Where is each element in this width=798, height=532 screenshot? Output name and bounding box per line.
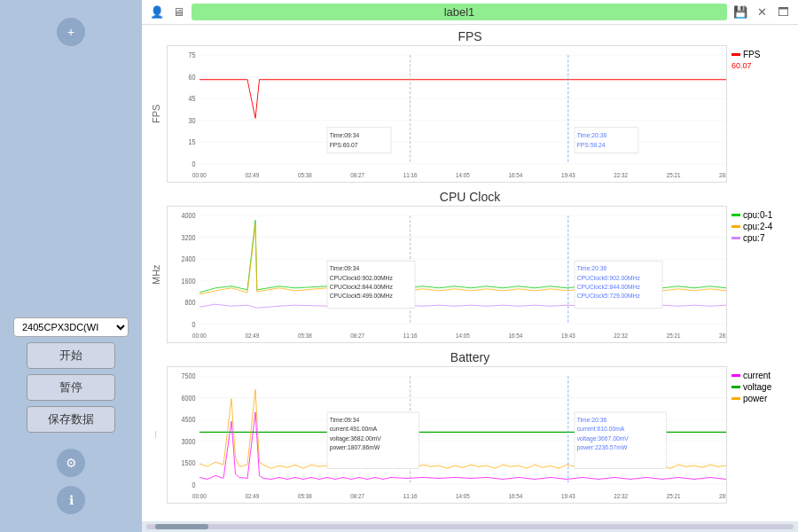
svg-text:1500: 1500 — [181, 459, 195, 468]
cpu-legend: cpu:0-1 cpu:2-4 cpu:7 — [727, 206, 789, 343]
svg-text:02:49: 02:49 — [246, 332, 260, 339]
svg-text:current:491.00mA: current:491.00mA — [330, 425, 378, 434]
add-circle-icon[interactable]: + — [57, 18, 85, 46]
svg-text:14:05: 14:05 — [456, 493, 470, 499]
sidebar-bottom-icons: ⚙ ℹ — [57, 449, 85, 523]
svg-text:05:38: 05:38 — [298, 493, 312, 499]
battery-legend: current voltage power — [727, 366, 789, 504]
svg-text:3200: 3200 — [181, 233, 195, 242]
fps-legend: FPS 60.07 — [727, 45, 789, 183]
svg-text:05:38: 05:38 — [298, 172, 312, 178]
svg-text:4500: 4500 — [181, 416, 195, 425]
svg-text:08:27: 08:27 — [350, 332, 364, 339]
fps-chart-inner: 75 60 45 30 15 0 00:00 02:49 05:38 08:27… — [167, 45, 727, 183]
close-icon[interactable]: ✕ — [754, 4, 770, 20]
battery-legend-current-dot — [732, 374, 740, 377]
battery-legend-voltage-dot — [732, 386, 740, 388]
svg-text:Time:09:34: Time:09:34 — [330, 264, 359, 273]
svg-text:3000: 3000 — [181, 437, 195, 446]
svg-text:28:10: 28:10 — [719, 332, 726, 339]
start-button[interactable]: 开始 — [27, 342, 115, 369]
cpu-legend-cpu01-label: cpu:0-1 — [743, 210, 772, 220]
fps-svg: 75 60 45 30 15 0 00:00 02:49 05:38 08:27… — [168, 46, 726, 182]
cpu-legend-cpu24: cpu:2-4 — [732, 222, 789, 231]
svg-text:4000: 4000 — [181, 212, 195, 221]
svg-text:Time:09:34: Time:09:34 — [330, 416, 359, 425]
svg-text:11:16: 11:16 — [403, 493, 418, 499]
cpu-legend-cpu7-label: cpu:7 — [743, 233, 764, 243]
cpu-legend-cpu01: cpu:0-1 — [732, 210, 789, 220]
svg-text:Time:20:36: Time:20:36 — [577, 416, 606, 425]
pause-button[interactable]: 暂停 — [27, 374, 115, 401]
fps-chart-section: FPS FPS 75 60 45 — [151, 29, 789, 183]
fps-legend-label: FPS — [743, 50, 760, 59]
svg-text:CPUClock0:902.00MHz: CPUClock0:902.00MHz — [577, 273, 641, 282]
svg-text:25:21: 25:21 — [667, 493, 681, 499]
svg-text:0: 0 — [192, 320, 195, 329]
fps-legend-fps: FPS — [732, 50, 789, 59]
battery-title: Battery — [151, 350, 789, 364]
svg-text:00:00: 00:00 — [192, 493, 207, 499]
maximize-icon[interactable]: 🗖 — [775, 4, 791, 20]
svg-text:16:54: 16:54 — [509, 172, 523, 178]
scrollbar-track[interactable] — [146, 524, 794, 529]
svg-text:voltage:3667.00mV: voltage:3667.00mV — [577, 434, 629, 442]
svg-text:15: 15 — [188, 138, 195, 147]
svg-text:25:21: 25:21 — [667, 332, 681, 339]
fps-ylabel: FPS — [151, 45, 167, 183]
fps-legend-value: 60.07 — [732, 61, 789, 70]
cpu-title: CPU Clock — [151, 190, 789, 204]
title-bar-left-icons: 👤 🖥 — [149, 4, 186, 20]
battery-chart-container: — 7500 6000 4500 3000 — [151, 366, 789, 504]
svg-text:11:16: 11:16 — [403, 172, 418, 178]
cpu-legend-cpu7: cpu:7 — [732, 233, 789, 243]
svg-text:60: 60 — [188, 73, 195, 82]
device-select[interactable]: 2405CPX3DC(WI — [13, 317, 129, 337]
svg-text:30: 30 — [188, 116, 195, 125]
svg-text:02:49: 02:49 — [246, 493, 260, 499]
svg-text:CPUClock5:499.00MHz: CPUClock5:499.00MHz — [330, 292, 394, 301]
title-bar-right-icons: 💾 ✕ 🗖 — [732, 4, 791, 20]
cpu-chart-inner: 4000 3200 2400 1600 800 0 00:00 02:49 05… — [167, 206, 727, 343]
battery-legend-voltage-label: voltage — [743, 382, 771, 392]
fps-title: FPS — [151, 29, 789, 43]
svg-text:power:2236.57mW: power:2236.57mW — [577, 442, 628, 451]
svg-text:19:43: 19:43 — [561, 493, 575, 499]
fps-legend-dot — [732, 53, 740, 56]
title-bar: 👤 🖥 label1 💾 ✕ 🗖 — [142, 0, 798, 25]
svg-text:power:1807.86mW: power:1807.86mW — [330, 442, 380, 451]
svg-text:0: 0 — [192, 160, 195, 168]
cpu-legend-cpu01-dot — [732, 214, 740, 216]
scrollbar-thumb[interactable] — [155, 524, 208, 529]
info-icon[interactable]: ℹ — [57, 486, 85, 514]
save-icon[interactable]: 💾 — [732, 4, 748, 20]
svg-text:19:43: 19:43 — [561, 172, 575, 178]
battery-legend-voltage: voltage — [732, 382, 789, 392]
svg-text:FPS:58.24: FPS:58.24 — [577, 141, 606, 150]
svg-text:1600: 1600 — [181, 277, 195, 286]
svg-text:2400: 2400 — [181, 255, 195, 264]
sidebar: + 2405CPX3DC(WI 开始 暂停 保存数据 ⚙ ℹ — [0, 0, 142, 532]
battery-legend-power-label: power — [743, 394, 767, 403]
settings-icon[interactable]: ⚙ — [57, 449, 85, 477]
bottom-scrollbar[interactable] — [142, 521, 798, 532]
monitor-icon[interactable]: 🖥 — [170, 4, 186, 20]
user-icon[interactable]: 👤 — [149, 4, 165, 20]
svg-text:CPUClock2:844.00MHz: CPUClock2:844.00MHz — [330, 282, 394, 291]
svg-text:800: 800 — [184, 299, 195, 308]
cpu-chart-section: CPU Clock MHz 4000 3200 2 — [151, 190, 789, 343]
svg-text:16:54: 16:54 — [509, 332, 523, 339]
cpu-chart-container: MHz 4000 3200 2400 1600 — [151, 206, 789, 343]
svg-text:14:05: 14:05 — [456, 332, 470, 339]
svg-text:28:10: 28:10 — [719, 493, 726, 499]
svg-text:FPS:60.07: FPS:60.07 — [330, 141, 358, 150]
svg-text:CPUClock5:729.00MHz: CPUClock5:729.00MHz — [577, 292, 641, 301]
save-button[interactable]: 保存数据 — [27, 406, 115, 433]
battery-ylabel: — — [151, 366, 167, 504]
svg-text:28:10: 28:10 — [719, 172, 726, 178]
svg-text:current:610.00mA: current:610.00mA — [577, 425, 625, 434]
cpu-legend-cpu7-dot — [732, 237, 740, 239]
svg-text:08:27: 08:27 — [350, 172, 364, 178]
cpu-legend-cpu24-label: cpu:2-4 — [743, 222, 772, 231]
battery-legend-power-dot — [732, 397, 740, 400]
